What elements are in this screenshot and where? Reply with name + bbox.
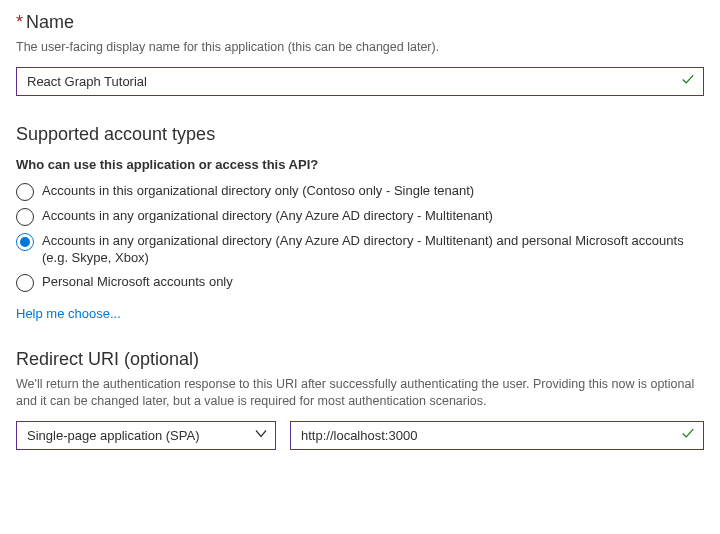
platform-select[interactable]: Single-page application (SPA) [16,421,276,450]
name-input-container[interactable] [16,67,704,96]
checkmark-icon [681,73,695,90]
account-types-radio-group: Accounts in this organizational director… [16,182,704,292]
redirect-description: We'll return the authentication response… [16,376,704,411]
chevron-down-icon [255,428,267,443]
radio-label: Personal Microsoft accounts only [42,273,233,291]
radio-icon [16,208,34,226]
account-types-heading: Supported account types [16,124,704,145]
account-type-option-3[interactable]: Personal Microsoft accounts only [16,273,704,292]
radio-icon [16,233,34,251]
radio-label: Accounts in this organizational director… [42,182,474,200]
account-types-section: Supported account types Who can use this… [16,124,704,321]
platform-select-value: Single-page application (SPA) [27,428,199,443]
name-section: *Name The user-facing display name for t… [16,12,704,96]
required-indicator: * [16,12,23,32]
redirect-section: Redirect URI (optional) We'll return the… [16,349,704,450]
redirect-uri-input-container[interactable] [290,421,704,450]
redirect-heading: Redirect URI (optional) [16,349,704,370]
redirect-row: Single-page application (SPA) [16,421,704,450]
radio-label: Accounts in any organizational directory… [42,207,493,225]
radio-icon [16,274,34,292]
help-me-choose-link[interactable]: Help me choose... [16,306,121,321]
redirect-uri-input[interactable] [301,428,673,443]
account-type-option-0[interactable]: Accounts in this organizational director… [16,182,704,201]
name-title-text: Name [26,12,74,32]
radio-icon [16,183,34,201]
account-type-option-1[interactable]: Accounts in any organizational directory… [16,207,704,226]
name-description: The user-facing display name for this ap… [16,39,704,57]
checkmark-icon [681,427,695,444]
name-input[interactable] [27,74,673,89]
account-type-option-2[interactable]: Accounts in any organizational directory… [16,232,704,267]
radio-label: Accounts in any organizational directory… [42,232,704,267]
name-heading: *Name [16,12,704,33]
account-types-question: Who can use this application or access t… [16,157,704,172]
